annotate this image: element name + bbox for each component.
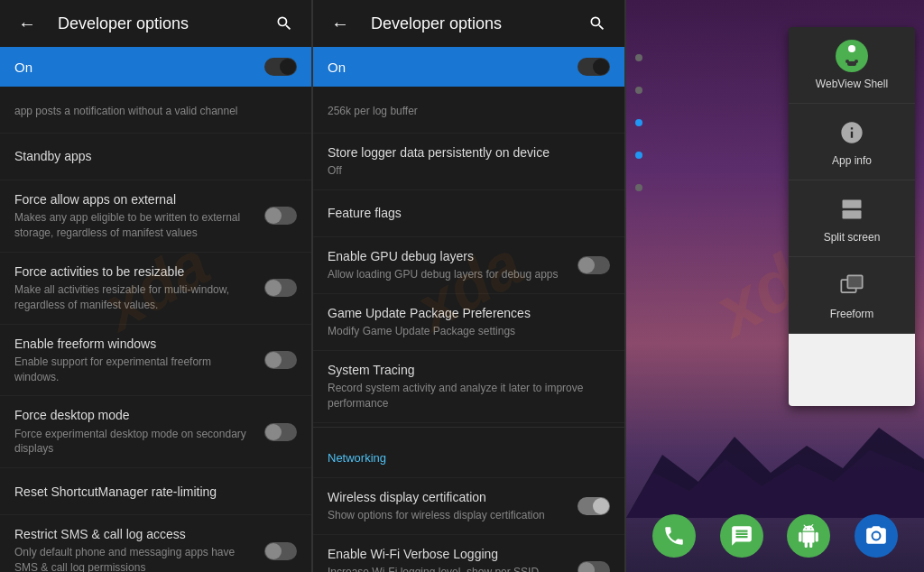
item-desc: Show options for wireless display certif…	[328, 508, 567, 523]
list-item[interactable]: Restrict SMS & call log access Only defa…	[0, 515, 311, 572]
item-desc: Force experimental desktop mode on secon…	[14, 427, 254, 457]
list-item[interactable]: Enable GPU debug layers Allow loading GP…	[313, 237, 624, 294]
section-label: Networking	[328, 451, 386, 465]
item-toggle[interactable]	[578, 497, 610, 515]
dock-android-icon[interactable]	[787, 514, 830, 558]
item-title: Enable GPU debug layers	[328, 248, 567, 264]
item-toggle[interactable]	[578, 561, 610, 572]
list-item[interactable]: Game Update Package Preferences Modify G…	[313, 294, 624, 351]
list-item: app posts a notification without a valid…	[0, 87, 311, 134]
item-title: Enable freeform windows	[14, 336, 254, 352]
item-title: System Tracing	[328, 362, 599, 378]
panel1-title: Developer options	[58, 14, 268, 33]
dock-messages-icon[interactable]	[720, 514, 763, 558]
item-title: Force activities to be resizable	[14, 263, 254, 280]
svg-rect-9	[843, 210, 862, 218]
item-text: 256k per log buffer	[328, 104, 599, 119]
panel2-back-button[interactable]: ←	[324, 6, 356, 42]
panel1-back-button[interactable]: ←	[11, 6, 43, 42]
item-title: Reset ShortcutManager rate-limiting	[14, 484, 286, 500]
feature-flags-item[interactable]: Feature flags	[313, 190, 624, 237]
app-dock	[626, 507, 924, 565]
context-menu-item-app-info[interactable]: App info	[789, 104, 915, 180]
dock-phone-icon[interactable]	[652, 514, 696, 558]
item-toggle[interactable]	[264, 423, 297, 441]
panel2-on-toggle[interactable]	[578, 58, 610, 76]
status-dot	[635, 184, 642, 191]
item-title: Store logger data persistently on device	[328, 144, 599, 161]
preview-card	[789, 334, 915, 406]
status-dot	[635, 152, 642, 159]
list-item[interactable]: System Tracing Record system activity an…	[313, 351, 624, 423]
list-item[interactable]: Enable Wi-Fi Verbose Logging Increase Wi…	[313, 535, 624, 572]
right-panel: WebView Shell App info Split screen	[626, 0, 924, 572]
panel1-search-button[interactable]	[268, 7, 300, 40]
item-desc: Enable support for experimental freeform…	[14, 355, 254, 385]
item-toggle[interactable]	[578, 256, 610, 274]
item-toggle[interactable]	[264, 207, 297, 225]
item-desc: Makes any app eligible to be written to …	[14, 210, 254, 241]
dock-camera-icon[interactable]	[855, 514, 898, 558]
freeform-label: Freeform	[830, 308, 874, 320]
panel1-on-label: On	[14, 60, 32, 75]
item-title: Restrict SMS & call log access	[14, 526, 254, 542]
panel2-on-label: On	[328, 60, 346, 75]
list-item[interactable]: Reset ShortcutManager rate-limiting	[0, 468, 311, 515]
item-desc: Off	[328, 163, 599, 179]
list-item: 256k per log buffer	[313, 87, 624, 134]
svg-point-6	[845, 60, 849, 63]
item-text: app posts a notification without a valid…	[14, 104, 286, 119]
list-item[interactable]: Wireless display certification Show opti…	[313, 478, 624, 535]
status-dot	[635, 119, 642, 126]
item-title: Force desktop mode	[14, 407, 254, 423]
item-desc: Record system activity and analyze it la…	[328, 381, 599, 411]
status-dot	[635, 87, 642, 94]
panel1-settings-list: app posts a notification without a valid…	[0, 87, 311, 572]
status-dots	[635, 54, 642, 191]
item-toggle[interactable]	[264, 351, 297, 369]
list-item: Standby apps	[0, 134, 311, 180]
list-item[interactable]: Enable freeform windows Enable support f…	[0, 325, 311, 397]
item-title: Feature flags	[328, 205, 599, 221]
item-title: Force allow apps on external	[14, 191, 254, 208]
svg-point-7	[855, 60, 858, 63]
split-screen-label: Split screen	[824, 231, 881, 244]
list-item[interactable]: Force allow apps on external Makes any a…	[0, 180, 311, 253]
panel2-on-bar: On	[313, 47, 624, 87]
context-menu-item-webview[interactable]: WebView Shell	[789, 27, 915, 104]
context-menu-item-split-screen[interactable]: Split screen	[789, 180, 915, 257]
item-desc: Only default phone and messaging apps ha…	[14, 545, 254, 572]
item-desc: Allow loading GPU debug layers for debug…	[328, 267, 567, 282]
context-menu-item-freeform[interactable]: Freeform	[789, 257, 915, 334]
list-item[interactable]: Force activities to be resizable Make al…	[0, 253, 311, 325]
context-menu: WebView Shell App info Split screen	[789, 27, 915, 406]
status-dot	[635, 54, 642, 61]
app-info-icon	[836, 116, 868, 149]
item-title: Standby apps	[14, 148, 286, 164]
panel2-settings-list: 256k per log buffer Store logger data pe…	[313, 87, 624, 572]
search-icon	[275, 14, 293, 32]
panel1-on-bar: On	[0, 47, 311, 87]
item-desc: Make all activities resizable for multi-…	[14, 282, 254, 313]
svg-point-4	[848, 45, 855, 52]
list-item[interactable]: Store logger data persistently on device…	[313, 134, 624, 190]
panel1-on-toggle[interactable]	[264, 58, 297, 76]
search-icon	[588, 14, 606, 32]
networking-section: Networking	[313, 431, 624, 478]
item-title: Game Update Package Preferences	[328, 305, 599, 321]
item-toggle[interactable]	[264, 279, 297, 297]
app-info-label: App info	[832, 154, 872, 167]
item-desc: Increase Wi-Fi logging level, show per S…	[328, 565, 567, 572]
mountain-silhouette	[626, 410, 924, 518]
item-toggle[interactable]	[264, 542, 297, 560]
webview-label: WebView Shell	[816, 78, 888, 90]
panel2-title: Developer options	[371, 14, 581, 33]
panel2-header: ← Developer options	[313, 0, 624, 47]
item-title: Enable Wi-Fi Verbose Logging	[328, 546, 567, 562]
panel2-search-button[interactable]	[581, 7, 614, 40]
item-desc: Modify Game Update Package settings	[328, 324, 599, 339]
section-divider	[313, 427, 624, 428]
split-screen-icon	[836, 193, 868, 226]
freeform-icon	[836, 270, 868, 302]
list-item[interactable]: Force desktop mode Force experimental de…	[0, 396, 311, 468]
